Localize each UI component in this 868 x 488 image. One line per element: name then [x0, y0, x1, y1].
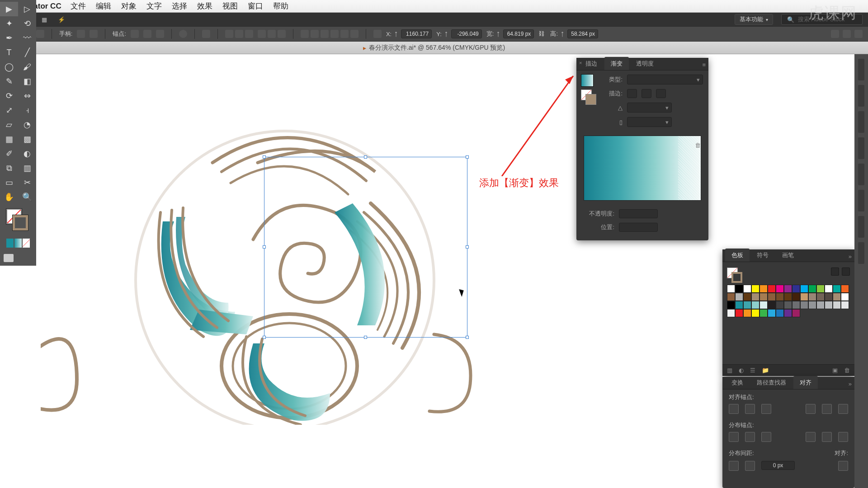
al-hcenter[interactable]: [745, 404, 755, 414]
swatch-cell[interactable]: [768, 309, 776, 317]
swatch-cell[interactable]: [768, 285, 776, 293]
swatch-cell[interactable]: [833, 285, 841, 293]
hand-tool[interactable]: ✋: [0, 190, 18, 204]
swatch-cell[interactable]: [743, 301, 751, 309]
reflect-tool[interactable]: ⇔: [18, 89, 36, 103]
menu-select[interactable]: 选择: [172, 1, 187, 11]
tab-swatches[interactable]: 色板: [725, 249, 750, 262]
menu-window[interactable]: 窗口: [248, 1, 263, 11]
column-graph-tool[interactable]: ▥: [18, 161, 36, 175]
swatch-cell[interactable]: [727, 293, 735, 301]
align-bottom[interactable]: [278, 30, 286, 38]
swatch-cell[interactable]: [751, 285, 760, 293]
swatch-cell[interactable]: [833, 293, 841, 301]
stroke-swatch[interactable]: [13, 215, 28, 230]
swatch-cell[interactable]: [792, 285, 800, 293]
swatch-cell[interactable]: [743, 285, 751, 293]
swatch-cell[interactable]: [760, 301, 768, 309]
swatch-cell[interactable]: [792, 309, 800, 317]
strip-tab-3[interactable]: [858, 111, 864, 133]
swatch-cell[interactable]: [743, 309, 751, 317]
swatch-cell[interactable]: [816, 301, 825, 309]
x-value[interactable]: 1160.177: [401, 29, 432, 38]
swatch-cell[interactable]: [727, 285, 735, 293]
strip-tab-5[interactable]: [858, 164, 864, 185]
align-right[interactable]: [245, 30, 253, 38]
line-tool[interactable]: ╱: [18, 45, 36, 60]
selection-tool[interactable]: ▶: [0, 2, 18, 16]
dist-space-h[interactable]: [745, 461, 755, 471]
editmode-icon[interactable]: [843, 30, 851, 38]
magic-wand-tool[interactable]: ✦: [0, 16, 18, 31]
fill-stroke-indicator[interactable]: [0, 204, 36, 250]
gradient-type-dropdown[interactable]: ▾: [627, 75, 703, 84]
anchor-btn3[interactable]: [156, 30, 164, 38]
swatch-cell[interactable]: [751, 293, 760, 301]
brush-tool[interactable]: 🖌: [18, 60, 36, 74]
dist-right[interactable]: [838, 432, 848, 442]
swatch-cell[interactable]: [808, 293, 816, 301]
panel-menu-icon[interactable]: ≡: [702, 61, 706, 68]
swatch-cell[interactable]: [743, 293, 751, 301]
shaper-tool[interactable]: ✎: [0, 74, 18, 89]
globe-icon[interactable]: [179, 30, 187, 38]
swatches-expand-icon[interactable]: »: [849, 253, 852, 260]
shape-builder-tool[interactable]: ◔: [18, 117, 36, 132]
align-hcenter[interactable]: [235, 30, 243, 38]
gradient-tool[interactable]: ◐: [18, 146, 36, 161]
swatch-cell[interactable]: [727, 309, 735, 317]
color-mode[interactable]: [6, 239, 14, 248]
swatch-cell[interactable]: [825, 293, 833, 301]
eraser-tool[interactable]: ◧: [18, 74, 36, 89]
rotate-tool[interactable]: ⟳: [0, 89, 18, 103]
swatch-cell[interactable]: [825, 285, 833, 293]
scale-tool[interactable]: ⤢: [0, 103, 18, 117]
handle-btn1[interactable]: [77, 30, 85, 38]
swatch-cell[interactable]: [800, 285, 808, 293]
stroke-along[interactable]: [642, 89, 651, 98]
al-left[interactable]: [729, 404, 739, 414]
dist-4[interactable]: [330, 30, 339, 38]
artboard-tool[interactable]: ▭: [0, 175, 18, 190]
gpu-icon[interactable]: ⚡: [57, 15, 66, 24]
grid-view-icon[interactable]: [842, 267, 850, 276]
swatch-cell[interactable]: [784, 301, 792, 309]
isolate-icon[interactable]: [831, 30, 839, 38]
gradient-ramp[interactable]: [584, 136, 701, 201]
swatch-cell[interactable]: [735, 293, 743, 301]
swatch-cell[interactable]: [816, 293, 825, 301]
location-field[interactable]: [619, 223, 658, 232]
swatch-cell[interactable]: [841, 293, 849, 301]
dist-3[interactable]: [321, 30, 329, 38]
smooth-btn[interactable]: [36, 30, 44, 38]
al-right[interactable]: [761, 404, 771, 414]
alignto-dropdown[interactable]: [838, 461, 848, 471]
swatch-cell[interactable]: [760, 293, 768, 301]
width-tool[interactable]: ⫞: [18, 103, 36, 117]
swatch-cell[interactable]: [727, 301, 735, 309]
tab-symbols[interactable]: 符号: [750, 249, 775, 262]
dist-hcenter[interactable]: [822, 432, 832, 442]
list-view-icon[interactable]: [831, 267, 839, 276]
menu-view[interactable]: 视图: [222, 1, 238, 11]
stroke-within[interactable]: [627, 89, 637, 98]
curvature-tool[interactable]: 〰: [18, 31, 36, 45]
blend-tool[interactable]: ⧉: [0, 161, 18, 175]
gradient-mode[interactable]: [14, 239, 22, 248]
al-vcenter[interactable]: [822, 404, 832, 414]
swatch-cell[interactable]: [841, 285, 849, 293]
swatch-cell[interactable]: [735, 301, 743, 309]
angle-field[interactable]: ▾: [627, 103, 672, 113]
sw-stroke-proxy[interactable]: [731, 272, 742, 283]
al-bottom[interactable]: [838, 404, 848, 414]
swatch-cell[interactable]: [808, 301, 816, 309]
pen-tool[interactable]: ✒: [0, 31, 18, 45]
strip-tab-6[interactable]: [858, 190, 864, 211]
y-value[interactable]: -296.049: [451, 29, 482, 38]
lasso-tool[interactable]: ⟲: [18, 16, 36, 31]
slice-tool[interactable]: ✂: [18, 175, 36, 190]
swatch-cell[interactable]: [760, 309, 768, 317]
swatch-cell[interactable]: [751, 309, 760, 317]
swatch-cell[interactable]: [776, 309, 784, 317]
swatch-cell[interactable]: [800, 301, 808, 309]
